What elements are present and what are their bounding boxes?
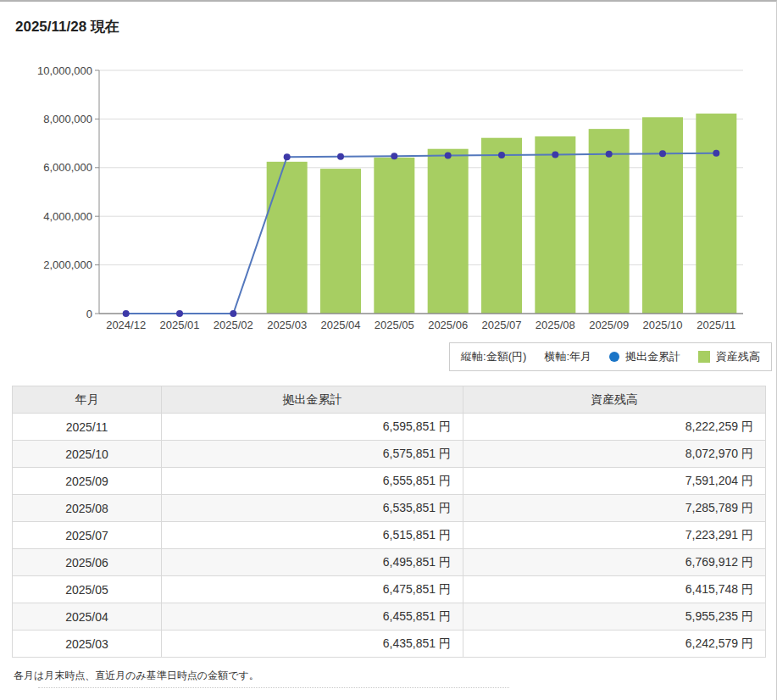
chart-legend: 縦軸:金額(円) 横軸:年月 拠出金累計 資産残高 [449,342,772,371]
cell-balance: 8,222,259 円 [463,414,766,441]
svg-text:6,000,000: 6,000,000 [43,161,92,174]
cell-contribution: 6,475,851 円 [162,576,463,603]
table-row: 2025/036,435,851 円6,242,579 円 [13,631,766,658]
cell-month: 2025/04 [13,603,162,631]
svg-text:0: 0 [86,308,92,320]
horizontal-axis-note: 横軸:年月 [544,349,591,364]
table-row: 2025/076,515,851 円7,223,291 円 [13,522,766,549]
svg-text:2025/10: 2025/10 [643,319,683,331]
cell-balance: 5,955,235 円 [463,603,766,631]
monthly-data-table: 年月 拠出金累計 資産残高 2025/116,595,851 円8,222,25… [12,386,766,658]
svg-text:2025/04: 2025/04 [321,319,361,331]
table-body: 2025/116,595,851 円8,222,259 円2025/106,57… [13,414,766,658]
svg-text:2025/09: 2025/09 [589,319,629,331]
cell-contribution: 6,495,851 円 [162,549,463,576]
contributions-balance-chart: 02,000,0004,000,0006,000,0008,000,00010,… [0,51,777,339]
chart-area: 02,000,0004,000,0006,000,0008,000,00010,… [0,51,776,339]
table-row: 2025/096,555,851 円7,591,204 円 [13,468,766,495]
svg-text:2025/01: 2025/01 [160,319,200,331]
table-row: 2025/116,595,851 円8,222,259 円 [13,414,766,441]
svg-text:2025/02: 2025/02 [214,319,253,331]
cell-month: 2025/07 [13,522,162,549]
cell-month: 2025/11 [13,414,162,441]
cell-balance: 7,591,204 円 [463,468,766,495]
x-axis-labels: 2024/122025/012025/022025/032025/042025/… [106,319,735,331]
table-row: 2025/046,455,851 円5,955,235 円 [13,603,766,631]
cell-contribution: 6,535,851 円 [162,495,463,522]
svg-text:2,000,000: 2,000,000 [43,258,92,271]
cell-balance: 6,242,579 円 [463,631,766,658]
line-series-dot-icon [609,352,619,362]
cell-balance: 6,769,912 円 [463,549,766,576]
table-row: 2025/056,475,851 円6,415,748 円 [13,576,766,603]
vertical-axis-note: 縦軸:金額(円) [461,349,526,364]
header-month: 年月 [13,386,162,414]
svg-text:2025/05: 2025/05 [375,319,414,331]
cell-balance: 7,285,789 円 [463,495,766,522]
cell-month: 2025/10 [13,441,162,468]
svg-text:2025/07: 2025/07 [482,319,522,331]
svg-text:2025/11: 2025/11 [697,319,735,331]
table-header-row: 年月 拠出金累計 資産残高 [13,386,766,414]
cell-month: 2025/08 [13,495,162,522]
cell-contribution: 6,575,851 円 [162,441,463,468]
svg-text:10,000,000: 10,000,000 [37,64,92,77]
cell-month: 2025/06 [13,549,162,576]
svg-text:4,000,000: 4,000,000 [43,210,92,223]
table-row: 2025/086,535,851 円7,285,789 円 [13,495,766,522]
legend-item-balance: 資産残高 [698,349,760,364]
cell-contribution: 6,435,851 円 [162,631,463,658]
cell-month: 2025/05 [13,576,162,603]
line-series-contributions [123,150,720,317]
legend-item-contributions: 拠出金累計 [609,349,680,364]
cell-month: 2025/03 [13,631,162,658]
bar-series-square-icon [698,351,710,363]
legend-label-balance: 資産残高 [716,349,760,364]
page-title: 2025/11/28 現在 [15,17,776,37]
header-contribution: 拠出金累計 [162,386,463,414]
table-row: 2025/106,575,851 円8,072,970 円 [13,441,766,468]
svg-text:2025/06: 2025/06 [428,319,468,331]
footnote: 各月は月末時点、直近月のみ基準日時点の金額です。 [14,669,776,683]
svg-text:2024/12: 2024/12 [106,319,146,331]
cell-contribution: 6,515,851 円 [162,522,463,549]
cell-contribution: 6,555,851 円 [162,468,463,495]
bars-asset-balance [267,114,737,314]
svg-text:2025/03: 2025/03 [267,319,307,331]
cell-balance: 8,072,970 円 [463,441,766,468]
table-row: 2025/066,495,851 円6,769,912 円 [13,549,766,576]
legend-label-contributions: 拠出金累計 [625,349,680,364]
header-balance: 資産残高 [463,386,766,414]
svg-text:8,000,000: 8,000,000 [43,113,92,125]
svg-text:2025/08: 2025/08 [536,319,575,331]
cell-contribution: 6,595,851 円 [162,414,463,441]
cell-balance: 7,223,291 円 [463,522,766,549]
cell-balance: 6,415,748 円 [463,576,766,603]
cell-contribution: 6,455,851 円 [162,603,463,631]
dotted-divider [38,687,509,688]
cell-month: 2025/09 [13,468,162,495]
